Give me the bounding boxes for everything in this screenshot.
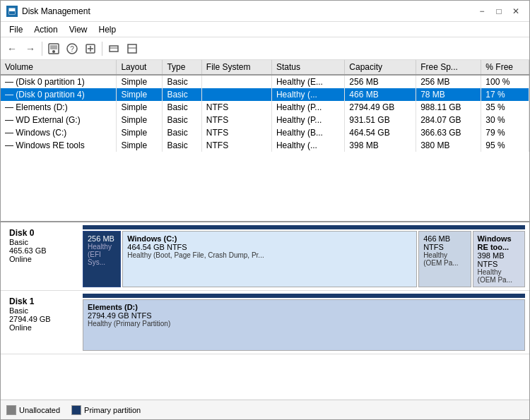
title-bar-left: Disk Management bbox=[6, 6, 90, 17]
partition-0-1[interactable]: Windows (C:)464.54 GB NTFSHealthy (Boot,… bbox=[122, 231, 417, 287]
svg-rect-3 bbox=[50, 45, 57, 49]
table-cell: Simple bbox=[117, 88, 163, 101]
table-cell: 256 MB bbox=[416, 75, 481, 88]
disk-visual-area[interactable]: Disk 0 Basic 465.63 GB Online256 MBHealt… bbox=[1, 222, 529, 400]
disk-info-0: Disk 0 Basic 465.63 GB Online bbox=[5, 225, 83, 287]
table-cell: Simple bbox=[117, 75, 163, 88]
toolbar-disk-properties[interactable] bbox=[45, 40, 62, 57]
table-cell: — WD External (G:) bbox=[1, 114, 117, 126]
table-cell: Basic bbox=[163, 88, 201, 101]
disk-top-bar bbox=[83, 225, 525, 229]
partition-status: Healthy (Primary Partition) bbox=[88, 320, 520, 328]
toolbar-cmd2[interactable] bbox=[124, 40, 141, 57]
table-row[interactable]: — Elements (D:)SimpleBasicNTFSHealthy (P… bbox=[1, 101, 529, 114]
toolbar-volume-properties[interactable] bbox=[82, 40, 99, 57]
menu-view[interactable]: View bbox=[64, 23, 93, 36]
table-body: — (Disk 0 partition 1)SimpleBasicHealthy… bbox=[1, 75, 529, 152]
partition-label: Windows RE too... bbox=[478, 234, 520, 251]
table-cell: 931.51 GB bbox=[345, 114, 416, 126]
table-cell: 466 MB bbox=[345, 88, 416, 101]
table-cell: Healthy (... bbox=[271, 88, 344, 101]
partition-fs: 2794.49 GB NTFS bbox=[88, 311, 520, 320]
menu-file[interactable]: File bbox=[4, 23, 28, 36]
table-cell: Basic bbox=[163, 75, 201, 88]
toolbar-forward[interactable]: → bbox=[22, 40, 39, 57]
table-cell: — (Disk 0 partition 4) bbox=[1, 88, 117, 101]
legend-unallocated-box bbox=[6, 405, 16, 415]
disk-area: Disk 0 Basic 465.63 GB Online256 MBHealt… bbox=[1, 222, 529, 354]
partition-fs: 398 MB NTFS bbox=[478, 251, 520, 268]
legend-primary-box bbox=[71, 405, 81, 415]
table-row[interactable]: — Windows (C:)SimpleBasicNTFSHealthy (B.… bbox=[1, 126, 529, 139]
table-cell bbox=[201, 88, 271, 101]
disk-management-window: Disk Management − □ ✕ File Action View H… bbox=[0, 0, 530, 420]
table-cell: Healthy (P... bbox=[271, 101, 344, 114]
legend-primary: Primary partition bbox=[71, 405, 141, 415]
table-row[interactable]: — WD External (G:)SimpleBasicNTFSHealthy… bbox=[1, 114, 529, 126]
table-cell bbox=[201, 75, 271, 88]
table-row[interactable]: — (Disk 0 partition 4)SimpleBasicHealthy… bbox=[1, 88, 529, 101]
table-header-row: Volume Layout Type File System Status Ca… bbox=[1, 60, 529, 75]
disk-parts-inner-1: Elements (D:)2794.49 GB NTFSHealthy (Pri… bbox=[83, 299, 525, 351]
menu-help[interactable]: Help bbox=[93, 23, 122, 36]
disk-name: Disk 0 bbox=[9, 228, 78, 238]
table-cell: — Windows (C:) bbox=[1, 126, 117, 139]
title-bar: Disk Management − □ ✕ bbox=[1, 1, 529, 22]
disk-wrapper-0: 256 MBHealthy (EFI Sys...Windows (C:)464… bbox=[83, 225, 525, 287]
table-cell: 100 % bbox=[481, 75, 529, 88]
table-cell: 988.11 GB bbox=[416, 101, 481, 114]
table-cell: Simple bbox=[117, 101, 163, 114]
disk-row-0: Disk 0 Basic 465.63 GB Online256 MBHealt… bbox=[1, 222, 529, 291]
table-cell: 398 MB bbox=[345, 139, 416, 152]
table-cell: 2794.49 GB bbox=[345, 101, 416, 114]
minimize-button[interactable]: − bbox=[474, 4, 490, 19]
disk-wrapper-1: Elements (D:)2794.49 GB NTFSHealthy (Pri… bbox=[83, 294, 525, 351]
partition-0-2[interactable]: 466 MB NTFSHealthy (OEM Pa... bbox=[418, 231, 471, 287]
table-cell: NTFS bbox=[201, 114, 271, 126]
window-title: Disk Management bbox=[22, 6, 90, 16]
partition-status: Healthy (OEM Pa... bbox=[423, 251, 466, 267]
legend-unallocated: Unallocated bbox=[6, 405, 60, 415]
partition-fs: 464.54 GB NTFS bbox=[127, 243, 412, 251]
table-cell: 284.07 GB bbox=[416, 114, 481, 126]
col-status: Status bbox=[271, 60, 344, 75]
table-cell: 464.54 GB bbox=[345, 126, 416, 139]
table-cell: Healthy (... bbox=[271, 139, 344, 152]
svg-rect-1 bbox=[9, 11, 15, 14]
toolbar-help[interactable]: ? bbox=[64, 40, 81, 57]
maximize-button[interactable]: □ bbox=[491, 4, 507, 19]
partition-0-0[interactable]: 256 MBHealthy (EFI Sys... bbox=[83, 231, 121, 287]
table-cell: 380 MB bbox=[416, 139, 481, 152]
partition-fs: 256 MB bbox=[88, 234, 116, 243]
table-row[interactable]: — Windows RE toolsSimpleBasicNTFSHealthy… bbox=[1, 139, 529, 152]
partition-status: Healthy (OEM Pa... bbox=[478, 268, 520, 284]
toolbar-back[interactable]: ← bbox=[4, 40, 20, 57]
disk-status: Online bbox=[9, 323, 78, 332]
svg-text:?: ? bbox=[70, 45, 74, 53]
table-cell: 35 % bbox=[481, 101, 529, 114]
toolbar-cmd1[interactable] bbox=[105, 40, 122, 57]
table-cell: 366.63 GB bbox=[416, 126, 481, 139]
table-cell: Basic bbox=[163, 139, 201, 152]
legend-unallocated-label: Unallocated bbox=[19, 406, 60, 414]
table-cell: Healthy (P... bbox=[271, 114, 344, 126]
partition-1-0[interactable]: Elements (D:)2794.49 GB NTFSHealthy (Pri… bbox=[83, 299, 525, 351]
table-cell: 78 MB bbox=[416, 88, 481, 101]
close-button[interactable]: ✕ bbox=[508, 4, 524, 19]
partition-0-3[interactable]: Windows RE too...398 MB NTFSHealthy (OEM… bbox=[473, 231, 525, 287]
menu-bar: File Action View Help bbox=[1, 22, 529, 37]
table-cell: Simple bbox=[117, 126, 163, 139]
partition-status: Healthy (EFI Sys... bbox=[88, 243, 116, 266]
toolbar-separator-2 bbox=[102, 42, 102, 56]
partition-label: Elements (D:) bbox=[88, 303, 520, 311]
menu-action[interactable]: Action bbox=[28, 23, 63, 36]
toolbar-separator-1 bbox=[42, 42, 42, 56]
svg-point-4 bbox=[52, 50, 55, 53]
col-layout: Layout bbox=[117, 60, 163, 75]
table-cell: 30 % bbox=[481, 114, 529, 126]
table-cell: Simple bbox=[117, 139, 163, 152]
table-row[interactable]: — (Disk 0 partition 1)SimpleBasicHealthy… bbox=[1, 75, 529, 88]
disk-parts-inner-0: 256 MBHealthy (EFI Sys...Windows (C:)464… bbox=[83, 231, 525, 287]
disk-status: Online bbox=[9, 255, 78, 263]
col-capacity: Capacity bbox=[345, 60, 416, 75]
